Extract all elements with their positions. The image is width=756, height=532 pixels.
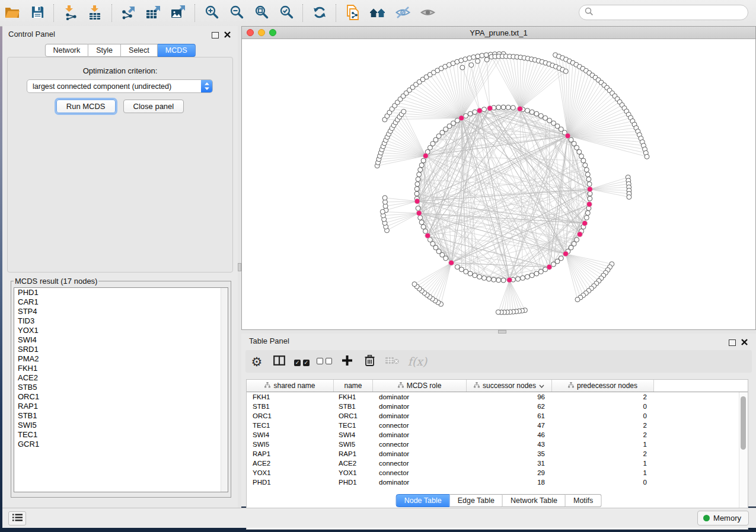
graph-node[interactable]	[587, 182, 592, 187]
column-header-shared-name[interactable]: shared name	[247, 380, 334, 392]
zoom-out-button[interactable]	[225, 2, 248, 24]
tab-node-table[interactable]: Node Table	[396, 494, 450, 507]
graph-edge[interactable]	[478, 61, 490, 108]
graph-node[interactable]	[473, 110, 477, 114]
graph-hub-node[interactable]	[586, 201, 592, 207]
mcds-result-item[interactable]: GCR1	[14, 440, 228, 449]
graph-node[interactable]	[415, 182, 420, 187]
mcds-result-item[interactable]: STP4	[14, 307, 228, 316]
column-header-successor-nodes[interactable]: successor nodes	[467, 380, 552, 392]
graph-leaf-node[interactable]	[382, 196, 387, 200]
column-header-mcds-role[interactable]: MCDS role	[373, 380, 467, 392]
float-panel-icon[interactable]	[212, 32, 219, 39]
graph-hub-node[interactable]	[582, 220, 588, 226]
graph-edge[interactable]	[520, 64, 549, 109]
table-options-button[interactable]: ⚙	[245, 351, 268, 371]
table-row[interactable]: TEC1TEC1connector472	[247, 421, 748, 430]
table-row[interactable]: YOX1YOX1connector291	[247, 468, 748, 477]
graph-node[interactable]	[534, 271, 539, 276]
mcds-result-item[interactable]: ORC1	[14, 392, 228, 402]
graph-node[interactable]	[501, 278, 506, 283]
graph-edge[interactable]	[377, 156, 426, 166]
graph-node[interactable]	[585, 172, 590, 177]
graph-edge[interactable]	[410, 90, 462, 118]
graph-edge[interactable]	[417, 189, 590, 198]
graph-edge[interactable]	[400, 99, 461, 118]
graph-node[interactable]	[584, 168, 589, 172]
import-table-button[interactable]	[84, 2, 107, 24]
graph-edge[interactable]	[419, 82, 461, 118]
graph-hub-node[interactable]	[459, 116, 464, 121]
function-builder-button[interactable]: f(x)	[403, 351, 432, 371]
mcds-result-item[interactable]: PMA2	[14, 354, 228, 364]
graph-hub-node[interactable]	[414, 198, 420, 204]
graph-leaf-node[interactable]	[480, 53, 484, 58]
graph-edge[interactable]	[395, 123, 426, 156]
open-session-button[interactable]	[1, 2, 24, 24]
graph-edge[interactable]	[509, 280, 519, 312]
graph-node[interactable]	[417, 172, 422, 177]
tab-network-table[interactable]: Network Table	[503, 494, 566, 507]
graph-node[interactable]	[468, 111, 473, 116]
graph-hub-node[interactable]	[577, 232, 582, 237]
show-panels-button[interactable]	[8, 511, 26, 525]
graph-edge[interactable]	[378, 156, 426, 162]
graph-node[interactable]	[482, 275, 487, 280]
column-header-name[interactable]: name	[334, 380, 373, 392]
graph-edge[interactable]	[520, 71, 566, 108]
graph-edge[interactable]	[498, 280, 509, 312]
graph-node[interactable]	[418, 168, 423, 172]
export-image-button[interactable]	[167, 2, 190, 24]
mcds-result-item[interactable]: STB5	[14, 383, 228, 392]
graph-edge[interactable]	[520, 60, 535, 109]
graph-node[interactable]	[487, 277, 492, 281]
mcds-result-item[interactable]: ACE2	[14, 373, 228, 383]
graph-leaf-node[interactable]	[460, 65, 465, 70]
graph-leaf-node[interactable]	[563, 69, 568, 73]
table-row[interactable]: PHD1PHD1dominator180	[247, 477, 748, 487]
graph-hub-node[interactable]	[507, 277, 512, 283]
graph-edge[interactable]	[390, 131, 426, 156]
graph-edge[interactable]	[492, 57, 520, 109]
graph-node[interactable]	[455, 265, 460, 270]
graph-node[interactable]	[525, 108, 529, 113]
close-panel-icon[interactable]	[741, 337, 748, 348]
clone-network-button[interactable]	[341, 2, 365, 24]
graph-node[interactable]	[464, 270, 468, 274]
graph-node[interactable]	[521, 275, 525, 280]
graph-node[interactable]	[506, 105, 511, 110]
graph-node[interactable]	[585, 211, 590, 216]
graph-leaf-node[interactable]	[575, 297, 580, 302]
graph-edge[interactable]	[427, 263, 451, 295]
graph-node[interactable]	[583, 163, 588, 168]
graph-edge[interactable]	[568, 73, 589, 136]
graph-node[interactable]	[579, 154, 584, 159]
graph-edge[interactable]	[566, 254, 580, 297]
graph-node[interactable]	[468, 271, 473, 276]
graph-edge[interactable]	[386, 201, 417, 210]
graph-edge[interactable]	[504, 280, 509, 312]
graph-hub-node[interactable]	[547, 264, 552, 270]
zoom-in-button[interactable]	[200, 2, 224, 24]
graph-node[interactable]	[492, 277, 496, 282]
mcds-result-item[interactable]: RAP1	[14, 402, 228, 411]
graph-node[interactable]	[529, 273, 534, 278]
graph-hub-node[interactable]	[477, 108, 482, 113]
graph-node[interactable]	[511, 105, 515, 110]
graph-leaf-node[interactable]	[412, 282, 417, 287]
graph-node[interactable]	[477, 274, 482, 279]
graph-hub-node[interactable]	[425, 233, 430, 238]
delete-column-button[interactable]	[358, 351, 381, 371]
add-column-button[interactable]	[336, 351, 358, 371]
graph-leaf-node[interactable]	[380, 209, 385, 214]
graph-leaf-node[interactable]	[645, 154, 649, 159]
graph-node[interactable]	[588, 196, 592, 201]
zoom-fit-button[interactable]	[250, 2, 273, 24]
delete-table-button[interactable]	[381, 351, 403, 371]
import-network-button[interactable]	[59, 2, 82, 24]
graph-hub-node[interactable]	[449, 260, 454, 265]
mcds-result-item[interactable]: STB1	[14, 411, 228, 421]
graph-node[interactable]	[482, 107, 487, 112]
graph-node[interactable]	[529, 110, 534, 114]
column-header-predecessor-nodes[interactable]: predecessor nodes	[552, 380, 654, 392]
